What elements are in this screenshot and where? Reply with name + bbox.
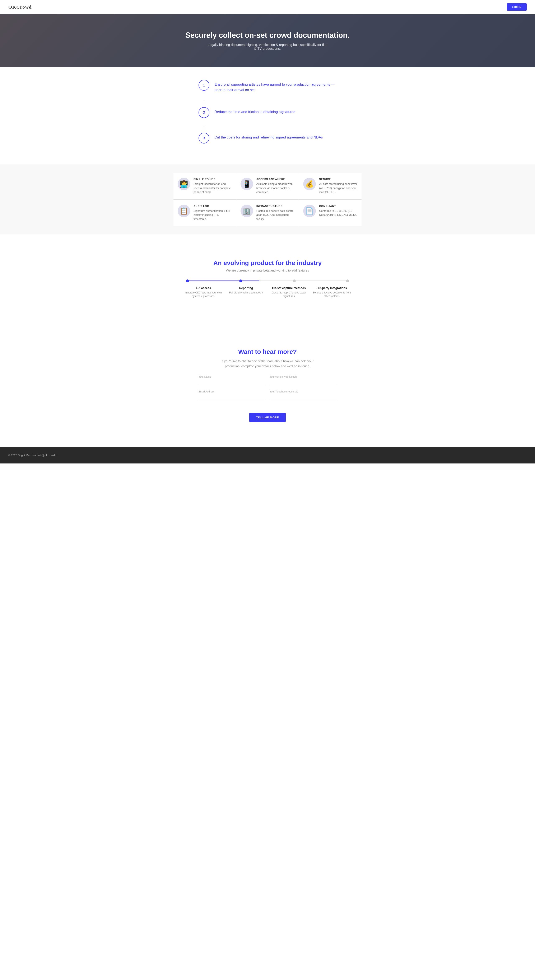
email-label: Email Address bbox=[198, 390, 265, 393]
phone-field-container: Your Telephone (optional) bbox=[270, 390, 337, 401]
timeline-reporting-desc: Full visibility where you need it bbox=[225, 291, 267, 294]
contact-description: If you'd like to chat to one of the team… bbox=[215, 359, 320, 369]
timeline-dot-4 bbox=[346, 280, 349, 282]
logo: OKCrowd bbox=[8, 5, 32, 10]
name-label: Your Name bbox=[198, 375, 265, 378]
email-input[interactable] bbox=[198, 394, 265, 401]
timeline-dots bbox=[186, 280, 349, 282]
feature-infra: 🏢 INFRASTRUCTURE Hosted in a secure data… bbox=[236, 200, 299, 226]
timeline-reporting-title: Reporting bbox=[225, 286, 267, 290]
contact-form: Your Name Your company (optional) Email … bbox=[198, 375, 337, 401]
secure-icon: 💰 bbox=[303, 178, 316, 190]
simple-icon: 👩‍💻 bbox=[178, 178, 190, 190]
compliant-icon: 📄 bbox=[303, 205, 316, 217]
hero-content: Securely collect on-set crowd documentat… bbox=[4, 31, 531, 51]
hero-headline: Securely collect on-set crowd documentat… bbox=[4, 31, 531, 40]
name-field-container: Your Name bbox=[198, 375, 265, 386]
feature-infra-desc: Hosted in a secure data-centre at an ISO… bbox=[256, 209, 295, 221]
feature-simple-content: SIMPLE TO USE Straight forward for an en… bbox=[193, 178, 232, 194]
step-2-circle: 2 bbox=[198, 107, 209, 118]
timeline-item-capture: On-set capture methods Close the loop & … bbox=[267, 286, 310, 298]
feature-audit-title: AUDIT LOG bbox=[193, 205, 232, 208]
name-input[interactable] bbox=[198, 379, 265, 386]
evolving-content: An evolving product for the industry We … bbox=[174, 247, 361, 310]
feature-compliant-desc: Conforms to EU eIDAS (EU No.910/2014), E… bbox=[319, 209, 357, 217]
company-label: Your company (optional) bbox=[270, 375, 337, 378]
feature-compliant-content: COMPLIANT Conforms to EU eIDAS (EU No.91… bbox=[319, 205, 357, 217]
timeline-capture-title: On-set capture methods bbox=[267, 286, 310, 290]
feature-compliant-title: COMPLIANT bbox=[319, 205, 357, 208]
feature-simple-desc: Straight forward for an end-user to admi… bbox=[193, 182, 232, 194]
feature-access-title: ACCESS ANYWHERE bbox=[256, 178, 295, 181]
login-button[interactable]: LOGIN bbox=[507, 3, 527, 11]
feature-infra-title: INFRASTRUCTURE bbox=[256, 205, 295, 208]
hero-section: Securely collect on-set crowd documentat… bbox=[0, 14, 535, 67]
hero-subtext: Legally binding document signing, verifi… bbox=[207, 43, 328, 51]
step-2-text: Reduce the time and friction in obtainin… bbox=[214, 107, 295, 115]
timeline-api-title: API access bbox=[182, 286, 225, 290]
timeline-item-integrations: 3rd-party integrations Send and receive … bbox=[310, 286, 353, 298]
feature-access-desc: Available using a modern web browser via… bbox=[256, 182, 295, 194]
timeline-capture-desc: Close the loop & remove paper signatures bbox=[267, 291, 310, 298]
step-1-text: Ensure all supporting artistes have agre… bbox=[214, 80, 337, 92]
company-input[interactable] bbox=[270, 379, 337, 386]
audit-icon: 📋 bbox=[178, 205, 190, 217]
infra-icon: 🏢 bbox=[241, 205, 253, 217]
step-1: 1 Ensure all supporting artistes have ag… bbox=[198, 80, 337, 92]
access-icon: 📱 bbox=[241, 178, 253, 190]
evolving-section: An evolving product for the industry We … bbox=[0, 234, 535, 323]
feature-simple: 👩‍💻 SIMPLE TO USE Straight forward for a… bbox=[174, 173, 236, 199]
feature-secure: 💰 SECURE All data stored using bank leve… bbox=[299, 173, 361, 199]
step-3-text: Cut the costs for storing and retrieving… bbox=[214, 133, 323, 140]
step-3-circle: 3 bbox=[198, 133, 209, 143]
step-connector-2 bbox=[204, 126, 204, 133]
contact-section: Want to hear more? If you'd like to chat… bbox=[0, 323, 535, 447]
timeline-track bbox=[186, 280, 349, 282]
feature-audit: 📋 AUDIT LOG Signature authentication & f… bbox=[174, 200, 236, 226]
phone-label: Your Telephone (optional) bbox=[270, 390, 337, 393]
timeline bbox=[178, 280, 357, 282]
timeline-dot-1 bbox=[186, 280, 189, 282]
evolving-heading: An evolving product for the industry bbox=[178, 259, 357, 267]
feature-secure-title: SECURE bbox=[319, 178, 357, 181]
feature-compliant: 📄 COMPLIANT Conforms to EU eIDAS (EU No.… bbox=[299, 200, 361, 226]
timeline-api-desc: Integrate OKCrowd into your own system &… bbox=[182, 291, 225, 298]
footer: © 2020 Bright Machine. info@okcrowd.co bbox=[0, 447, 535, 463]
submit-button[interactable]: TELL ME MORE bbox=[249, 413, 286, 422]
step-3: 3 Cut the costs for storing and retrievi… bbox=[198, 133, 337, 143]
feature-access-content: ACCESS ANYWHERE Available using a modern… bbox=[256, 178, 295, 194]
step-connector-1 bbox=[204, 101, 204, 107]
evolving-subtitle: We are currently in private beta and wor… bbox=[178, 269, 357, 272]
features-section: 👩‍💻 SIMPLE TO USE Straight forward for a… bbox=[0, 164, 535, 234]
steps-section: 1 Ensure all supporting artistes have ag… bbox=[194, 67, 341, 164]
timeline-integrations-title: 3rd-party integrations bbox=[310, 286, 353, 290]
feature-secure-content: SECURE All data stored using bank level … bbox=[319, 178, 357, 194]
features-grid: 👩‍💻 SIMPLE TO USE Straight forward for a… bbox=[174, 173, 361, 226]
feature-simple-title: SIMPLE TO USE bbox=[193, 178, 232, 181]
timeline-labels: API access Integrate OKCrowd into your o… bbox=[178, 286, 357, 298]
phone-input[interactable] bbox=[270, 394, 337, 401]
company-field-container: Your company (optional) bbox=[270, 375, 337, 386]
contact-content: Want to hear more? If you'd like to chat… bbox=[194, 336, 341, 434]
step-2: 2 Reduce the time and friction in obtain… bbox=[198, 107, 337, 118]
feature-audit-content: AUDIT LOG Signature authentication & ful… bbox=[193, 205, 232, 221]
timeline-dot-2 bbox=[239, 280, 242, 282]
timeline-item-reporting: Reporting Full visibility where you need… bbox=[225, 286, 267, 298]
timeline-integrations-desc: Send and receive documents from other sy… bbox=[310, 291, 353, 298]
feature-secure-desc: All data stored using bank level (AES-25… bbox=[319, 182, 357, 194]
feature-access: 📱 ACCESS ANYWHERE Available using a mode… bbox=[236, 173, 299, 199]
footer-copyright: © 2020 Bright Machine. info@okcrowd.co bbox=[8, 453, 59, 457]
timeline-dot-3 bbox=[293, 280, 296, 282]
feature-audit-desc: Signature authentication & full history … bbox=[193, 209, 232, 221]
timeline-item-api: API access Integrate OKCrowd into your o… bbox=[182, 286, 225, 298]
feature-infra-content: INFRASTRUCTURE Hosted in a secure data-c… bbox=[256, 205, 295, 221]
step-1-circle: 1 bbox=[198, 80, 209, 91]
email-field-container: Email Address bbox=[198, 390, 265, 401]
navbar: OKCrowd LOGIN bbox=[0, 0, 535, 14]
contact-heading: Want to hear more? bbox=[198, 348, 337, 355]
